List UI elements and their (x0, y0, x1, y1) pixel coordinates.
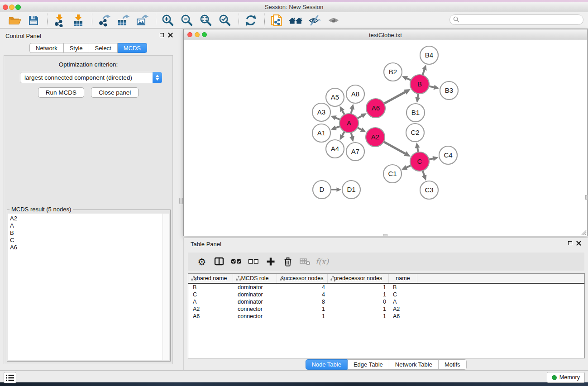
table-cell[interactable]: 4 (277, 291, 328, 298)
mcds-result-item[interactable]: A2 (10, 215, 163, 222)
graph-node-A5[interactable]: A5 (326, 88, 344, 106)
graph-edge-A-A3[interactable] (330, 115, 340, 120)
search-input[interactable] (449, 14, 583, 25)
delete-row-trash-icon[interactable] (279, 255, 296, 268)
import-network-icon[interactable] (52, 14, 67, 27)
graph-node-A6[interactable]: A6 (366, 99, 385, 118)
graph-node-B[interactable]: B (410, 75, 429, 94)
graph-edge-B-B1[interactable] (415, 94, 420, 103)
graph-edge-B-B3[interactable] (429, 85, 440, 90)
tab-select[interactable]: Select (89, 43, 118, 53)
task-list-button[interactable] (4, 372, 16, 383)
table-cell[interactable]: A2 (389, 306, 417, 312)
graph-node-A2[interactable]: A2 (366, 128, 385, 147)
mcds-result-scrollbar[interactable] (163, 214, 169, 360)
export-table-icon[interactable] (116, 14, 130, 27)
tab-edge-table[interactable]: Edge Table (348, 359, 389, 370)
table-row[interactable]: A6connector11A6 (188, 313, 584, 320)
graph-edge-C-C1[interactable] (402, 165, 411, 170)
export-image-icon[interactable] (135, 14, 149, 27)
table-cell[interactable]: A (389, 299, 417, 305)
close-panel-icon[interactable] (168, 33, 173, 38)
zoom-fit-icon[interactable] (199, 14, 213, 27)
table-cell[interactable]: connector (233, 306, 277, 312)
mcds-result-item[interactable]: B (10, 229, 163, 237)
window-edge-handle[interactable] (383, 234, 387, 236)
graph-edge-A-A8[interactable] (349, 104, 354, 114)
criterion-dropdown[interactable]: largest connected component (directed) (20, 72, 162, 83)
float-panel-icon[interactable] (568, 241, 572, 245)
split-pane-handle[interactable] (179, 198, 183, 204)
graph-edge-A-A4[interactable] (340, 131, 345, 140)
tab-network[interactable]: Network (29, 43, 64, 53)
graph-node-D[interactable]: D (313, 181, 331, 199)
graph-node-A8[interactable]: A8 (346, 85, 364, 103)
zoom-in-icon[interactable] (161, 14, 175, 27)
graph-edge-C-C2[interactable] (415, 143, 420, 152)
graph-edge-A-A1[interactable] (331, 125, 340, 130)
graph-edge-D-D1[interactable] (331, 187, 341, 192)
graph-edge-A2-C[interactable] (383, 142, 410, 157)
graph-edge-A-A6[interactable] (357, 113, 367, 119)
graph-node-C4[interactable]: C4 (439, 146, 457, 164)
table-cell[interactable]: B (389, 284, 417, 291)
zoom-out-icon[interactable] (180, 14, 194, 27)
zoom-selected-icon[interactable] (218, 14, 232, 27)
graph-edge-B-B2[interactable] (402, 76, 411, 81)
refresh-icon[interactable] (244, 14, 258, 27)
tab-node-table[interactable]: Node Table (305, 359, 348, 370)
table-cell[interactable]: 8 (277, 299, 328, 305)
graph-node-A4[interactable]: A4 (326, 140, 344, 158)
graph-node-C2[interactable]: C2 (406, 124, 424, 142)
columns-icon[interactable] (210, 255, 228, 268)
table-cell[interactable]: 0 (328, 299, 389, 305)
column-header-mcds-role[interactable]: MCDS role (233, 274, 277, 283)
table-cell[interactable]: dominator (233, 299, 277, 305)
graph-node-A[interactable]: A (339, 114, 359, 133)
column-header-name[interactable]: name (389, 274, 417, 283)
graph-node-D1[interactable]: D1 (342, 181, 360, 199)
table-cell[interactable]: 1 (277, 306, 328, 312)
close-panel-icon[interactable] (576, 241, 581, 246)
table-cell[interactable]: 1 (328, 291, 389, 298)
graph-node-B3[interactable]: B3 (440, 81, 458, 100)
column-header-predecessor-nodes[interactable]: predecessor nodes (328, 274, 389, 283)
clone-network-icon[interactable] (269, 14, 284, 27)
table-cell[interactable]: C (188, 291, 233, 298)
graph-node-C1[interactable]: C1 (383, 165, 402, 183)
table-cell[interactable]: A2 (188, 306, 233, 312)
save-session-icon[interactable] (26, 14, 41, 27)
export-network-icon[interactable] (97, 14, 111, 27)
graph-edge-A-A5[interactable] (340, 106, 345, 114)
deselect-all-checkboxes-icon[interactable] (245, 255, 262, 268)
select-all-checkboxes-icon[interactable] (228, 255, 245, 268)
table-cell[interactable]: A (188, 299, 233, 305)
tab-motifs[interactable]: Motifs (439, 359, 467, 370)
tab-network-table[interactable]: Network Table (389, 359, 439, 370)
float-panel-icon[interactable] (160, 33, 164, 37)
table-cell[interactable]: B (188, 284, 233, 291)
graph-node-C[interactable]: C (410, 152, 429, 171)
settings-gear-icon[interactable]: ⚙ (193, 255, 210, 268)
graph-edge-C-C4[interactable] (429, 156, 438, 161)
table-cell[interactable]: A6 (188, 313, 233, 319)
graph-edge-B-B4[interactable] (422, 65, 426, 75)
close-panel-button[interactable]: Close panel (91, 87, 139, 98)
table-row[interactable]: A2connector11A2 (188, 305, 584, 313)
run-mcds-button[interactable]: Run MCDS (38, 87, 84, 98)
window-edge-handle[interactable] (585, 195, 588, 200)
network-graph[interactable]: B4B2BB3A8A5A6A3B1AC2A1A2A4A7C4CC1C3DD1 (184, 41, 587, 236)
column-header-shared-name[interactable]: shared name (188, 274, 233, 283)
table-cell[interactable]: A6 (389, 313, 417, 319)
table-cell[interactable]: connector (233, 313, 277, 319)
graph-node-A1[interactable]: A1 (312, 124, 330, 142)
graph-node-B4[interactable]: B4 (420, 46, 438, 64)
table-cell[interactable]: dominator (233, 291, 277, 298)
graph-edge-A-A7[interactable] (349, 132, 354, 142)
table-cell[interactable]: 1 (277, 313, 328, 319)
graph-node-A3[interactable]: A3 (312, 103, 330, 121)
table-cell[interactable]: C (389, 291, 417, 298)
network-window-titlebar[interactable]: testGlobe.txt (184, 29, 587, 40)
home-networks-icon[interactable] (288, 14, 303, 27)
graph-edge-C-C3[interactable] (422, 171, 426, 181)
